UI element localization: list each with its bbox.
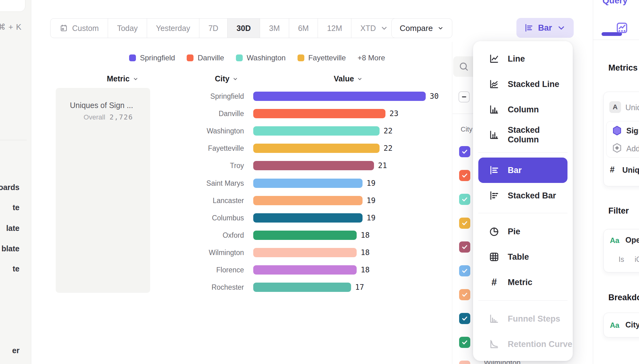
menu-item-stacked-line[interactable]: Stacked Line — [473, 72, 573, 97]
command-k-shortcut: ⌘ + K — [0, 22, 22, 32]
breakdown-card[interactable]: Aa City — [603, 313, 639, 337]
calendar-icon — [59, 24, 68, 32]
filter-card[interactable]: Aa Opened Is iOS — [603, 229, 639, 272]
menu-divider — [478, 152, 567, 153]
column-header-metric[interactable]: Metric — [107, 74, 139, 83]
menu-item-table[interactable]: Table — [473, 244, 573, 270]
city-checkbox-washington[interactable] — [459, 194, 470, 205]
bar-wilmington[interactable] — [253, 248, 357, 257]
table-icon — [489, 251, 500, 262]
city-checkbox-springfield[interactable] — [459, 146, 470, 157]
compare-button[interactable]: Compare — [391, 18, 452, 38]
bar-row-label: Fayetteville — [130, 144, 244, 153]
bar-troy[interactable] — [253, 161, 374, 170]
menu-item-pie[interactable]: Pie — [473, 219, 573, 244]
count-label[interactable]: Uniques — [622, 166, 639, 175]
menu-item-label: Column — [508, 105, 539, 115]
filter-operator-label[interactable]: Is — [619, 255, 624, 264]
chart-type-button[interactable]: Bar — [516, 18, 574, 38]
bar-rochester[interactable] — [253, 283, 351, 292]
overall-label: Overall — [84, 113, 105, 121]
date-range-label: Yesterday — [156, 24, 190, 33]
bar-value: 21 — [378, 161, 387, 170]
sidebar-item-blate[interactable]: blate — [2, 244, 20, 253]
date-range-label: Today — [117, 24, 138, 33]
bar-lancaster[interactable] — [253, 196, 363, 205]
filter-property-label[interactable]: Opened — [625, 236, 639, 245]
legend-item-washington[interactable]: Washington — [236, 54, 286, 62]
legend-more-button[interactable]: +8 More — [358, 54, 385, 62]
sidebar-item-te[interactable]: te — [13, 203, 20, 212]
add-event-icon[interactable] — [611, 142, 623, 154]
city-checkbox-columbus[interactable] — [459, 313, 470, 324]
column-header-value[interactable]: Value — [334, 74, 363, 83]
legend-label: Washington — [247, 54, 286, 62]
bar-row-label: Lancaster — [130, 196, 244, 205]
breakdown-property-label[interactable]: City — [625, 320, 639, 329]
bar-springfield[interactable] — [253, 92, 426, 101]
legend-item-danville[interactable]: Danville — [187, 54, 224, 62]
bar-oxford[interactable] — [253, 231, 357, 240]
metric-name-label[interactable]: Uniques of — [625, 103, 639, 112]
menu-item-column[interactable]: Column — [473, 97, 573, 122]
legend-item-springfield[interactable]: Springfield — [129, 54, 175, 62]
menu-item-stacked-bar[interactable]: Stacked Bar — [473, 183, 573, 208]
date-range-6m[interactable]: 6M — [289, 19, 318, 38]
column-icon — [489, 104, 500, 115]
event-label[interactable]: Sign — [626, 126, 639, 135]
city-checkbox-danville[interactable] — [459, 170, 470, 181]
bar-row-label: Danville — [130, 109, 244, 118]
bar-fayetteville[interactable] — [253, 144, 380, 153]
city-checkbox-wilmington[interactable] — [459, 361, 470, 364]
bar-value: 18 — [361, 231, 370, 240]
date-range-yesterday[interactable]: Yesterday — [147, 19, 199, 38]
date-range-7d[interactable]: 7D — [199, 19, 227, 38]
city-checkbox-troy[interactable] — [459, 241, 470, 253]
menu-item-metric[interactable]: #Metric — [473, 270, 573, 295]
legend-label: Fayetteville — [308, 54, 346, 62]
date-range-today[interactable]: Today — [108, 19, 147, 38]
sidebar-item-er[interactable]: er — [12, 346, 20, 355]
city-checkbox-saint-marys[interactable] — [459, 265, 470, 276]
date-range-12m[interactable]: 12M — [318, 19, 351, 38]
menu-item-bar[interactable]: Bar — [478, 158, 567, 183]
select-all-checkbox[interactable] — [459, 91, 470, 102]
city-checkbox-fayetteville[interactable] — [459, 218, 470, 229]
bar-value: 30 — [430, 92, 439, 101]
date-range-label: XTD — [360, 24, 376, 33]
bar-columbus[interactable] — [253, 213, 363, 223]
metric-summary-card[interactable]: Uniques of Sign ... Overall 2,726 — [56, 88, 150, 293]
bar-washington[interactable] — [253, 126, 380, 136]
filter-value-label[interactable]: iOS — [635, 255, 639, 264]
menu-item-stacked-column[interactable]: Stacked Column — [473, 122, 573, 148]
legend-swatch — [298, 54, 304, 61]
bar-danville[interactable] — [253, 109, 385, 118]
legend-label: Danville — [198, 54, 224, 62]
date-range-30d[interactable]: 30D — [227, 19, 260, 38]
column-header-city[interactable]: City — [215, 74, 238, 83]
sidebar-item-late[interactable]: late — [6, 224, 20, 233]
sidebar-item-oards[interactable]: oards — [0, 183, 20, 192]
tab-query[interactable]: Query — [602, 0, 628, 6]
city-checkbox-lancaster[interactable] — [459, 289, 470, 300]
add-event-label[interactable]: Add — [626, 144, 639, 153]
bar-saint-marys[interactable] — [253, 179, 363, 188]
metric-letter-badge[interactable]: A — [609, 101, 621, 113]
city-checkbox-oxford[interactable] — [459, 337, 470, 348]
bar-row-label: Oxford — [130, 231, 244, 240]
bar-florence[interactable] — [253, 265, 357, 275]
insights-icon[interactable] — [615, 21, 629, 35]
date-range-custom[interactable]: Custom — [50, 19, 108, 38]
chevron-down-icon — [556, 23, 566, 33]
legend-item-fayetteville[interactable]: Fayetteville — [298, 54, 346, 62]
legend-swatch — [236, 54, 243, 61]
event-hexagon-icon[interactable] — [611, 125, 623, 136]
funnel-icon — [489, 313, 500, 324]
menu-item-label: Table — [508, 252, 529, 262]
date-range-3m[interactable]: 3M — [260, 19, 289, 38]
sidebar-item-te[interactable]: te — [13, 264, 20, 273]
menu-item-line[interactable]: Line — [473, 46, 573, 72]
date-range-xtd[interactable]: XTD — [351, 19, 398, 38]
check-icon — [461, 315, 468, 322]
bar-row-label: Springfield — [130, 92, 244, 101]
